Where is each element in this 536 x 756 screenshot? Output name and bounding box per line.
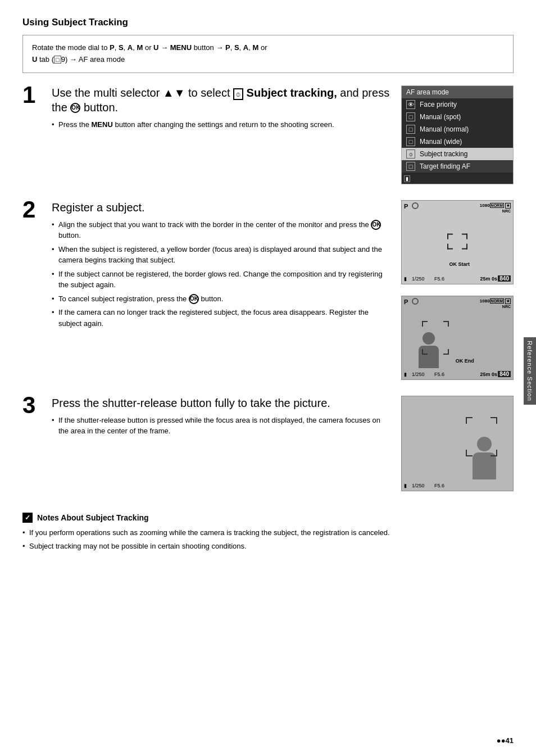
manual-wide-icon: □ xyxy=(406,137,415,146)
step-1-section: 1 Use the multi selector ▲▼ to select ⌽ … xyxy=(22,85,514,184)
face-priority-icon: 👁 xyxy=(406,100,415,109)
manual-spot-icon: □ xyxy=(406,112,415,121)
camera-dial-icon-2 xyxy=(412,298,419,305)
page-number: ●●41 xyxy=(497,736,514,745)
step-1-heading: Use the multi selector ▲▼ to select ⌽ Su… xyxy=(52,85,392,115)
note-item-1: If you perform operations such as zoomin… xyxy=(22,527,514,538)
cam-time-2: 25m 0s xyxy=(480,372,497,377)
step-3-bullets: If the shutter-release button is pressed… xyxy=(52,415,392,437)
cam-count-2: 840 xyxy=(498,371,511,377)
notes-title: ✓ Notes About Subject Tracking xyxy=(22,513,514,523)
step-3-image: ▮ 1/250 F5.6 xyxy=(401,396,514,491)
af-menu-title: AF area mode xyxy=(402,86,513,98)
step-2-heading: Register a subject. xyxy=(52,200,392,215)
cam-shutter-1: 1/250 xyxy=(412,276,425,282)
step-2-bullets: Align the subject that you want to track… xyxy=(52,219,392,329)
camera-screen-1: P 1080NORM★ NRC OK Start ▮ 1/250 F5.6 25… xyxy=(401,200,514,284)
step-2-number: 2 xyxy=(22,198,40,221)
cam-sd-icon: ▮ xyxy=(404,276,407,282)
camera-mode-p2: P xyxy=(404,298,408,305)
subject-tracking-bracket xyxy=(422,321,449,355)
camera-screen-3: ▮ 1/250 F5.6 xyxy=(401,396,514,491)
reference-section-label: Reference Section xyxy=(526,341,533,401)
subject-bracket-3 xyxy=(466,417,497,456)
person-body-3 xyxy=(473,452,496,479)
cam-count-1: 840 xyxy=(498,275,511,282)
note-item-2: Subject tracking may not be possible in … xyxy=(22,541,514,552)
step-1-image: AF area mode 👁 Face priority □ Manual (s… xyxy=(401,85,514,184)
cam-sd-3: ▮ xyxy=(404,483,407,488)
cam-shutter-3: 1/250 xyxy=(412,483,425,488)
camera-top-info-2: 1080NORM★ NRC xyxy=(480,298,511,309)
step-2-content: Register a subject. Align the subject th… xyxy=(52,200,392,332)
cam-aperture-3: F5.6 xyxy=(434,483,444,488)
step-2-images: P 1080NORM★ NRC OK Start ▮ 1/250 F5.6 25… xyxy=(401,200,514,380)
af-menu-item-manual-spot: □ Manual (spot) xyxy=(402,111,513,123)
af-menu-item-target-finding: □ Target finding AF xyxy=(402,160,513,173)
af-menu-item-manual-normal: □ Manual (normal) xyxy=(402,123,513,135)
step-1-number: 1 xyxy=(22,83,40,107)
ok-end-label: OK End xyxy=(456,358,474,364)
cam-sd-2: ▮ xyxy=(404,372,407,377)
cam-time-1: 25m 0s xyxy=(480,276,497,282)
step-3-heading: Press the shutter-release button fully t… xyxy=(52,396,392,410)
step-3-content: Press the shutter-release button fully t… xyxy=(52,396,392,440)
reference-section-tab: Reference Section xyxy=(524,337,536,405)
manual-normal-icon: □ xyxy=(406,125,415,134)
notes-section: ✓ Notes About Subject Tracking If you pe… xyxy=(22,507,514,552)
step-1-bullets: Press the MENU button after changing the… xyxy=(52,119,392,130)
cam-aperture-2: F5.6 xyxy=(434,372,444,377)
step-3-number: 3 xyxy=(22,393,40,417)
camera-dial-icon xyxy=(412,202,419,209)
notes-check-icon: ✓ xyxy=(22,513,33,523)
step-1-content: Use the multi selector ▲▼ to select ⌽ Su… xyxy=(52,85,392,133)
step-3-section: 3 Press the shutter-release button fully… xyxy=(22,396,514,491)
subject-tracking-icon: ⌽ xyxy=(406,150,415,159)
cam-aperture-1: F5.6 xyxy=(434,276,444,282)
step-2-section: 2 Register a subject. Align the subject … xyxy=(22,200,514,380)
af-menu-item-subject-tracking: ⌽ Subject tracking xyxy=(402,148,513,160)
target-finding-icon: □ xyxy=(406,162,415,171)
camera-top-info: 1080NORM★ NRC xyxy=(480,203,511,214)
camera-mode-p: P xyxy=(404,203,408,210)
intro-box: Rotate the mode dial to P, S, A, M or U … xyxy=(22,35,514,73)
page-title: Using Subject Tracking xyxy=(22,17,514,28)
af-menu-item-face: 👁 Face priority xyxy=(402,98,513,111)
af-menu-item-manual-wide: □ Manual (wide) xyxy=(402,135,513,148)
cam-shutter-2: 1/250 xyxy=(412,372,425,377)
center-focus-bracket xyxy=(447,233,467,249)
camera-screen-2: P 1080NORM★ NRC OK End ▮ 1/250 F5.6 2 xyxy=(401,296,514,380)
ok-start-label: OK Start xyxy=(449,261,470,267)
notes-list: If you perform operations such as zoomin… xyxy=(22,527,514,552)
